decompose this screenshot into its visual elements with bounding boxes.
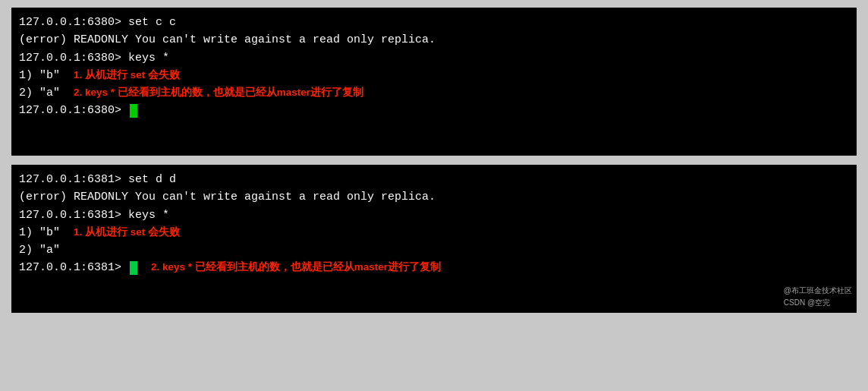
terminal-line-1-6: 127.0.0.1:6380> <box>19 102 128 119</box>
cursor-2 <box>130 261 137 275</box>
watermark: @布工班金技术社区 CSDN @空完 <box>784 285 852 308</box>
annotation-2-line2: 2. keys * 已经看到主机的数，也就是已经从master进行了复制 <box>151 260 441 276</box>
terminal-block-1: 127.0.0.1:6380> set c c (error) READONLY… <box>11 8 857 156</box>
terminal-cursor-row-2: 127.0.0.1:6381> 2. keys * 已经看到主机的数，也就是已经… <box>19 259 849 276</box>
annotation-1-line1: 1. 从机进行 set 会失败 <box>74 68 180 84</box>
annotation-2-line1: 1. 从机进行 set 会失败 <box>74 225 180 241</box>
terminal-cursor-row-1: 127.0.0.1:6380> <box>19 102 849 119</box>
terminal-line-1-3: 127.0.0.1:6380> keys * <box>19 49 849 67</box>
terminal-line-2-1: 127.0.0.1:6381> set d d <box>19 171 849 188</box>
terminal-line-b-row-2: 1) "b" 1. 从机进行 set 会失败 <box>19 224 849 241</box>
annotation-1-line2: 2. keys * 已经看到主机的数，也就是已经从master进行了复制 <box>74 85 363 101</box>
terminal-line-a-row: 2) "a" 2. keys * 已经看到主机的数，也就是已经从master进行… <box>19 84 849 102</box>
terminal-line-1-5: 2) "a" <box>19 84 60 102</box>
annotation-block-1b: 2. keys * 已经看到主机的数，也就是已经从master进行了复制 <box>74 85 363 101</box>
watermark-line2: CSDN @空完 <box>784 297 852 309</box>
terminal-line-a-row-2: 2) "a" <box>19 241 849 259</box>
terminal-line-1-2: (error) READONLY You can't write against… <box>19 31 849 49</box>
annotation-block-1: 1. 从机进行 set 会失败 <box>74 68 180 84</box>
terminal-line-2-3: 127.0.0.1:6381> keys * <box>19 207 849 224</box>
terminal-line-2-4: 1) "b" <box>19 224 60 241</box>
annotation-block-2: 1. 从机进行 set 会失败 <box>74 225 180 241</box>
annotation-block-2b: 2. keys * 已经看到主机的数，也就是已经从master进行了复制 <box>151 260 441 276</box>
terminal-line-2-5: 2) "a" <box>19 241 60 259</box>
watermark-line1: @布工班金技术社区 <box>784 285 852 297</box>
terminal-line-2-2: (error) READONLY You can't write against… <box>19 188 849 206</box>
terminal-line-b-row: 1) "b" 1. 从机进行 set 会失败 <box>19 67 849 84</box>
terminal-line-2-6: 127.0.0.1:6381> <box>19 259 128 276</box>
terminal-line-1-1: 127.0.0.1:6380> set c c <box>19 14 849 31</box>
terminal-line-1-4: 1) "b" <box>19 67 60 84</box>
terminal-block-2: 127.0.0.1:6381> set d d (error) READONLY… <box>11 165 857 313</box>
cursor-1 <box>130 104 137 118</box>
